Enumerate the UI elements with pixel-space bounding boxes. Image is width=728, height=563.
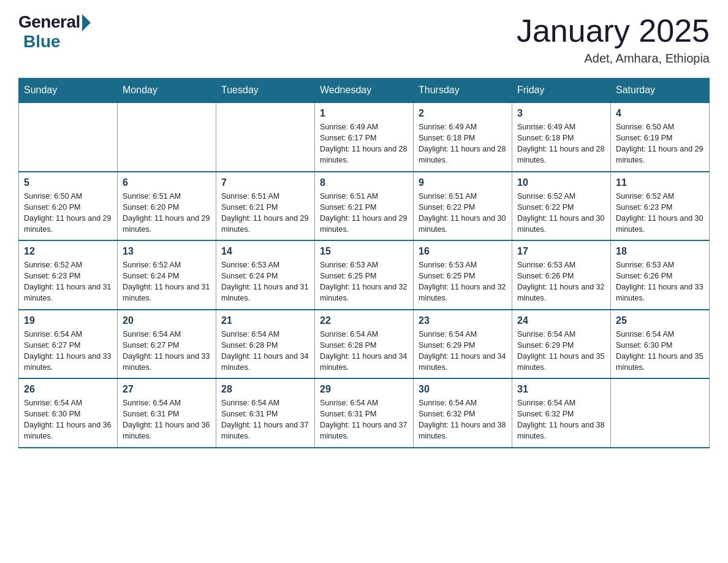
calendar-cell: 9Sunrise: 6:51 AMSunset: 6:22 PMDaylight…	[414, 172, 512, 241]
weekday-header-saturday: Saturday	[611, 79, 710, 103]
day-number: 20	[123, 315, 211, 326]
day-number: 18	[616, 246, 704, 257]
weekday-header-monday: Monday	[118, 79, 216, 103]
day-info: Sunrise: 6:51 AMSunset: 6:22 PMDaylight:…	[419, 191, 507, 236]
calendar-cell: 1Sunrise: 6:49 AMSunset: 6:17 PMDaylight…	[315, 102, 414, 172]
day-number: 23	[419, 315, 507, 326]
calendar-cell	[19, 102, 118, 172]
day-number: 10	[517, 177, 605, 188]
day-number: 30	[419, 384, 507, 395]
day-info: Sunrise: 6:49 AMSunset: 6:18 PMDaylight:…	[419, 121, 507, 166]
day-info: Sunrise: 6:53 AMSunset: 6:24 PMDaylight:…	[221, 259, 309, 304]
day-number: 2	[419, 108, 507, 119]
day-number: 26	[24, 384, 112, 395]
day-info: Sunrise: 6:54 AMSunset: 6:31 PMDaylight:…	[320, 397, 408, 442]
calendar-cell: 24Sunrise: 6:54 AMSunset: 6:29 PMDayligh…	[512, 310, 611, 379]
day-number: 6	[123, 177, 211, 188]
day-number: 9	[419, 177, 507, 188]
day-info: Sunrise: 6:53 AMSunset: 6:26 PMDaylight:…	[517, 259, 605, 304]
calendar-cell: 19Sunrise: 6:54 AMSunset: 6:27 PMDayligh…	[19, 310, 118, 379]
day-info: Sunrise: 6:54 AMSunset: 6:32 PMDaylight:…	[419, 397, 507, 442]
day-info: Sunrise: 6:53 AMSunset: 6:25 PMDaylight:…	[419, 259, 507, 304]
day-info: Sunrise: 6:52 AMSunset: 6:23 PMDaylight:…	[24, 259, 112, 304]
day-number: 29	[320, 384, 408, 395]
calendar-cell: 4Sunrise: 6:50 AMSunset: 6:19 PMDaylight…	[611, 102, 710, 172]
day-number: 28	[221, 384, 309, 395]
calendar-cell: 3Sunrise: 6:49 AMSunset: 6:18 PMDaylight…	[512, 102, 611, 172]
calendar-cell: 15Sunrise: 6:53 AMSunset: 6:25 PMDayligh…	[315, 240, 414, 310]
calendar-cell: 18Sunrise: 6:53 AMSunset: 6:26 PMDayligh…	[611, 240, 710, 310]
calendar-cell: 27Sunrise: 6:54 AMSunset: 6:31 PMDayligh…	[118, 378, 216, 448]
day-number: 27	[123, 384, 211, 395]
day-number: 12	[24, 246, 112, 257]
logo-arrow-icon	[82, 14, 91, 31]
day-info: Sunrise: 6:49 AMSunset: 6:18 PMDaylight:…	[517, 121, 605, 166]
day-info: Sunrise: 6:54 AMSunset: 6:27 PMDaylight:…	[123, 329, 211, 373]
day-info: Sunrise: 6:51 AMSunset: 6:20 PMDaylight:…	[123, 191, 211, 236]
calendar-cell: 29Sunrise: 6:54 AMSunset: 6:31 PMDayligh…	[315, 378, 414, 448]
day-info: Sunrise: 6:54 AMSunset: 6:29 PMDaylight:…	[419, 329, 507, 373]
calendar-cell: 23Sunrise: 6:54 AMSunset: 6:29 PMDayligh…	[414, 310, 512, 379]
day-number: 11	[616, 177, 704, 188]
day-number: 21	[221, 315, 309, 326]
calendar-cell: 25Sunrise: 6:54 AMSunset: 6:30 PMDayligh…	[611, 310, 710, 379]
calendar-cell: 31Sunrise: 6:54 AMSunset: 6:32 PMDayligh…	[512, 378, 611, 448]
day-info: Sunrise: 6:53 AMSunset: 6:26 PMDaylight:…	[616, 259, 704, 304]
day-info: Sunrise: 6:54 AMSunset: 6:30 PMDaylight:…	[616, 329, 704, 373]
day-number: 14	[221, 246, 309, 257]
weekday-header-thursday: Thursday	[414, 79, 512, 103]
day-info: Sunrise: 6:50 AMSunset: 6:20 PMDaylight:…	[24, 191, 112, 236]
calendar-cell: 22Sunrise: 6:54 AMSunset: 6:28 PMDayligh…	[315, 310, 414, 379]
logo-blue-text: Blue	[23, 32, 61, 52]
calendar-cell: 20Sunrise: 6:54 AMSunset: 6:27 PMDayligh…	[118, 310, 216, 379]
calendar-cell: 21Sunrise: 6:54 AMSunset: 6:28 PMDayligh…	[216, 310, 315, 379]
logo-general-text: General	[18, 12, 80, 32]
day-info: Sunrise: 6:49 AMSunset: 6:17 PMDaylight:…	[320, 121, 408, 166]
calendar-cell: 17Sunrise: 6:53 AMSunset: 6:26 PMDayligh…	[512, 240, 611, 310]
day-number: 25	[616, 315, 704, 326]
day-info: Sunrise: 6:54 AMSunset: 6:31 PMDaylight:…	[123, 397, 211, 442]
day-info: Sunrise: 6:52 AMSunset: 6:22 PMDaylight:…	[517, 191, 605, 236]
day-number: 19	[24, 315, 112, 326]
calendar-cell	[611, 378, 710, 448]
day-info: Sunrise: 6:54 AMSunset: 6:31 PMDaylight:…	[221, 397, 309, 442]
day-number: 1	[320, 108, 408, 119]
calendar-week-row: 26Sunrise: 6:54 AMSunset: 6:30 PMDayligh…	[19, 378, 710, 448]
calendar-cell: 6Sunrise: 6:51 AMSunset: 6:20 PMDaylight…	[118, 172, 216, 241]
day-number: 4	[616, 108, 704, 119]
calendar-cell: 28Sunrise: 6:54 AMSunset: 6:31 PMDayligh…	[216, 378, 315, 448]
day-info: Sunrise: 6:52 AMSunset: 6:24 PMDaylight:…	[123, 259, 211, 304]
calendar-cell: 8Sunrise: 6:51 AMSunset: 6:21 PMDaylight…	[315, 172, 414, 241]
location-subtitle: Adet, Amhara, Ethiopia	[517, 52, 710, 66]
calendar-cell: 14Sunrise: 6:53 AMSunset: 6:24 PMDayligh…	[216, 240, 315, 310]
day-info: Sunrise: 6:54 AMSunset: 6:27 PMDaylight:…	[24, 329, 112, 373]
day-info: Sunrise: 6:53 AMSunset: 6:25 PMDaylight:…	[320, 259, 408, 304]
calendar-week-row: 19Sunrise: 6:54 AMSunset: 6:27 PMDayligh…	[19, 310, 710, 379]
day-number: 17	[517, 246, 605, 257]
day-number: 3	[517, 108, 605, 119]
day-info: Sunrise: 6:50 AMSunset: 6:19 PMDaylight:…	[616, 121, 704, 166]
day-info: Sunrise: 6:54 AMSunset: 6:30 PMDaylight:…	[24, 397, 112, 442]
day-info: Sunrise: 6:54 AMSunset: 6:32 PMDaylight:…	[517, 397, 605, 442]
day-number: 8	[320, 177, 408, 188]
calendar-header-row: SundayMondayTuesdayWednesdayThursdayFrid…	[19, 79, 710, 103]
calendar-cell: 11Sunrise: 6:52 AMSunset: 6:23 PMDayligh…	[611, 172, 710, 241]
weekday-header-friday: Friday	[512, 79, 611, 103]
calendar-cell: 16Sunrise: 6:53 AMSunset: 6:25 PMDayligh…	[414, 240, 512, 310]
title-section: January 2025 Adet, Amhara, Ethiopia	[517, 12, 710, 66]
day-info: Sunrise: 6:52 AMSunset: 6:23 PMDaylight:…	[616, 191, 704, 236]
calendar-cell: 2Sunrise: 6:49 AMSunset: 6:18 PMDaylight…	[414, 102, 512, 172]
calendar-cell: 7Sunrise: 6:51 AMSunset: 6:21 PMDaylight…	[216, 172, 315, 241]
calendar-cell: 10Sunrise: 6:52 AMSunset: 6:22 PMDayligh…	[512, 172, 611, 241]
calendar-cell	[216, 102, 315, 172]
day-info: Sunrise: 6:51 AMSunset: 6:21 PMDaylight:…	[221, 191, 309, 236]
calendar-cell: 26Sunrise: 6:54 AMSunset: 6:30 PMDayligh…	[19, 378, 118, 448]
day-info: Sunrise: 6:51 AMSunset: 6:21 PMDaylight:…	[320, 191, 408, 236]
calendar-cell	[118, 102, 216, 172]
weekday-header-sunday: Sunday	[19, 79, 118, 103]
calendar-cell: 5Sunrise: 6:50 AMSunset: 6:20 PMDaylight…	[19, 172, 118, 241]
calendar-cell: 13Sunrise: 6:52 AMSunset: 6:24 PMDayligh…	[118, 240, 216, 310]
weekday-header-tuesday: Tuesday	[216, 79, 315, 103]
day-number: 15	[320, 246, 408, 257]
day-info: Sunrise: 6:54 AMSunset: 6:29 PMDaylight:…	[517, 329, 605, 373]
